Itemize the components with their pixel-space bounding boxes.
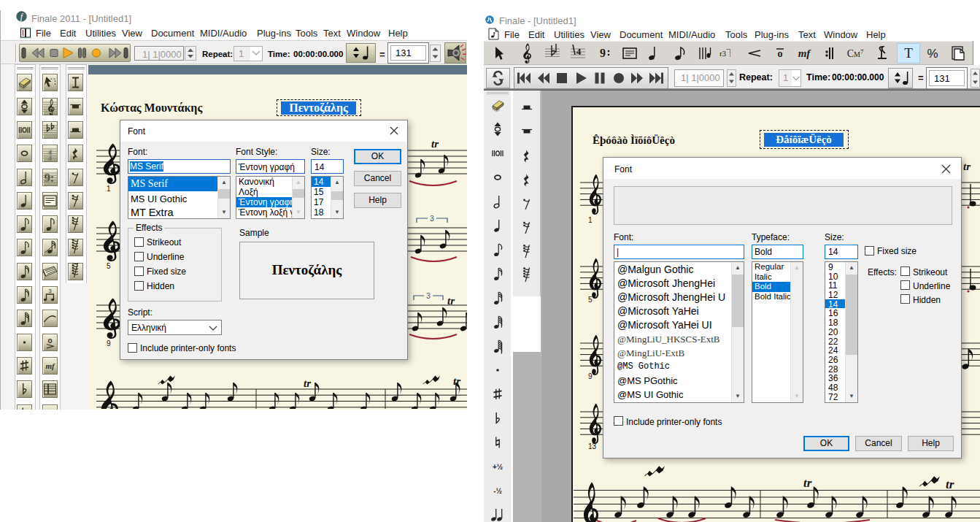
svg-text:13: 13	[588, 442, 597, 450]
svg-text:mf: mf	[45, 361, 55, 369]
svg-text:r3⏋: r3⏋	[719, 49, 734, 58]
svg-text:mf: mf	[798, 47, 812, 59]
svg-text:CM7: CM7	[847, 48, 864, 59]
svg-text:+½: +½	[493, 463, 503, 471]
svg-text:tr: tr	[946, 477, 954, 491]
svg-text:1: 1	[107, 185, 111, 193]
svg-text:1: 1	[588, 216, 593, 224]
svg-text:tr: tr	[447, 295, 455, 307]
svg-text:9: 9	[107, 339, 111, 348]
svg-text:o: o	[47, 337, 52, 345]
svg-text:4: 4	[576, 46, 582, 57]
svg-text:9: 9	[600, 47, 606, 59]
svg-text:tr: tr	[963, 161, 971, 172]
svg-text:5: 5	[107, 262, 111, 270]
svg-text:5: 5	[588, 296, 593, 304]
svg-text:tr: tr	[431, 138, 439, 150]
svg-text:9: 9	[588, 372, 593, 380]
svg-text:-½: -½	[493, 487, 502, 495]
svg-text:o: o	[778, 48, 783, 59]
svg-text:3: 3	[430, 215, 434, 223]
svg-text:tr: tr	[304, 377, 311, 389]
svg-text:T: T	[904, 45, 913, 61]
svg-text:4: 4	[48, 155, 52, 162]
svg-text:3: 3	[426, 292, 431, 300]
svg-text:tr: tr	[803, 476, 812, 490]
svg-text:9:: 9:	[44, 172, 53, 184]
svg-text:%: %	[927, 47, 938, 61]
svg-text:3: 3	[48, 288, 52, 294]
